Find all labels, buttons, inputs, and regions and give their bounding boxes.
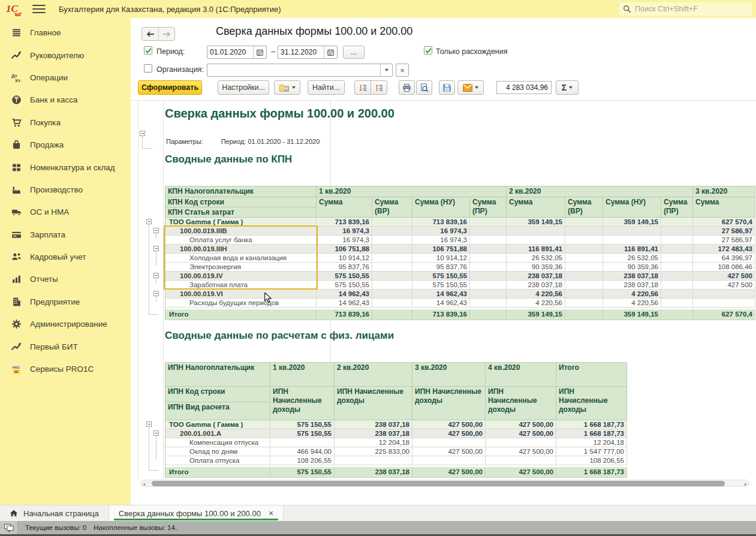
value-cell[interactable]: 4 220,56 [603, 290, 661, 299]
value-cell[interactable]: 116 891,41 [507, 245, 565, 254]
group-collapse-toggle[interactable] [153, 228, 159, 233]
group-collapse-toggle[interactable] [153, 430, 159, 436]
collapse-groups-button[interactable] [371, 80, 387, 95]
value-cell[interactable]: 4 220,56 [603, 299, 661, 308]
sidebar-item-coin[interactable]: Банк и касса [0, 89, 131, 111]
value-cell[interactable]: 27 586,97 [693, 236, 755, 245]
value-cell[interactable]: 427 500,00 [486, 467, 556, 478]
group-collapse-toggle[interactable] [146, 421, 152, 427]
ipn-row-name[interactable]: Оклад по дням [165, 447, 270, 456]
value-cell[interactable]: 238 037,18 [507, 272, 565, 281]
settings-button[interactable]: Настройки... [218, 80, 269, 95]
value-cell[interactable]: 4 220,56 [507, 299, 565, 308]
sidebar-item-grid[interactable]: Номенклатура и склад [0, 156, 131, 178]
group-collapse-toggle[interactable] [153, 273, 159, 278]
generate-button[interactable]: Сформировать [138, 80, 202, 95]
value-cell[interactable] [372, 272, 412, 281]
value-cell[interactable]: 95 837,76 [317, 263, 372, 272]
value-cell[interactable]: 106 751,88 [317, 245, 372, 254]
sidebar-item-dtkt[interactable]: ДтКтОперации [0, 67, 131, 89]
ipn-row-name[interactable]: Оплата отпуска [165, 456, 270, 465]
value-cell[interactable] [565, 272, 603, 281]
value-cell[interactable]: 575 150,55 [270, 420, 335, 429]
value-cell[interactable]: 90 359,36 [603, 263, 661, 272]
calendar-icon[interactable] [253, 46, 266, 58]
print-button[interactable] [399, 80, 415, 95]
kpn-row-name[interactable]: 100.00.019.IV [165, 272, 317, 281]
ipn-row-name[interactable]: ТОО Gamma ( Гамма ) [165, 420, 270, 429]
value-cell[interactable] [661, 290, 693, 299]
value-cell[interactable]: 575 150,55 [317, 272, 372, 281]
period-checkbox[interactable] [144, 46, 152, 55]
value-cell[interactable]: 627 570,4 [693, 218, 755, 227]
value-cell[interactable]: 427 500 [693, 281, 755, 290]
value-cell[interactable] [470, 227, 507, 236]
value-cell[interactable]: 575 150,55 [270, 467, 335, 478]
value-cell[interactable] [565, 281, 603, 290]
scroll-left-arrow[interactable]: ◂ [143, 481, 145, 487]
value-cell[interactable] [372, 309, 412, 320]
sidebar-item-barchart[interactable]: Отчеты [0, 268, 131, 290]
sidebar-item-people[interactable]: Кадровый учет [0, 246, 131, 268]
sidebar-item-building[interactable]: Предприятие [0, 291, 131, 313]
tab-close-icon[interactable]: × [269, 508, 273, 518]
value-cell[interactable] [661, 272, 693, 281]
value-cell[interactable]: 427 500,00 [486, 429, 556, 438]
ipn-row-name[interactable]: Итого [165, 467, 270, 478]
calendar-icon[interactable] [324, 46, 337, 58]
value-cell[interactable]: 108 206,55 [270, 456, 335, 465]
ipn-row-name[interactable]: 200.01.001.А [165, 429, 270, 438]
kpn-row-name[interactable]: Оплата услуг банка [165, 236, 317, 245]
value-cell[interactable] [693, 299, 755, 308]
value-cell[interactable]: 238 037,18 [603, 281, 661, 290]
period-from-field[interactable]: 01.01.2020 [207, 46, 267, 59]
value-cell[interactable]: 26 532,05 [507, 254, 565, 263]
value-cell[interactable] [470, 281, 507, 290]
value-cell[interactable]: 1 547 777,00 [556, 447, 627, 456]
back-button[interactable] [142, 28, 158, 40]
value-cell[interactable]: 4 220,56 [507, 290, 565, 299]
value-cell[interactable]: 427 500 [693, 272, 755, 281]
sidebar-item-pro1c[interactable]: PRO1CСервисы PRO1C [0, 358, 131, 380]
value-cell[interactable] [565, 236, 603, 245]
kpn-row-name[interactable]: 100.00.019.VI [165, 290, 317, 299]
save-button[interactable] [439, 80, 455, 95]
value-cell[interactable] [661, 254, 693, 263]
value-cell[interactable]: 427 500,00 [412, 420, 486, 429]
value-cell[interactable]: 16 974,3 [412, 236, 470, 245]
value-cell[interactable] [372, 263, 412, 272]
value-cell[interactable] [372, 227, 412, 236]
horizontal-scrollbar[interactable]: ◂ ▸ [140, 480, 749, 487]
kpn-row-name[interactable]: 100.00.019.IIIН [165, 245, 317, 254]
value-cell[interactable] [486, 456, 556, 465]
value-cell[interactable] [661, 299, 693, 308]
value-cell[interactable] [661, 218, 693, 227]
sidebar-item-trend2[interactable]: Первый БИТ [0, 335, 131, 357]
value-cell[interactable] [270, 438, 335, 447]
kpn-row-name[interactable]: Электроэнергия [165, 263, 317, 272]
value-cell[interactable]: 359 149,15 [507, 218, 565, 227]
value-cell[interactable]: 108 206,55 [556, 456, 627, 465]
sidebar-item-cart[interactable]: Покупка [0, 112, 131, 134]
value-cell[interactable]: 14 962,43 [412, 290, 470, 299]
autosum-button[interactable]: Σ [556, 80, 579, 95]
value-cell[interactable] [372, 218, 412, 227]
value-cell[interactable] [372, 254, 412, 263]
sidebar-item-bag[interactable]: Продажа [0, 134, 131, 156]
value-cell[interactable]: 466 944,00 [270, 447, 335, 456]
value-cell[interactable]: 238 037,18 [603, 272, 661, 281]
value-cell[interactable] [565, 254, 603, 263]
value-cell[interactable]: 238 037,18 [335, 467, 412, 478]
performance-icon[interactable] [0, 521, 18, 534]
kpn-row-name[interactable]: Расходы будущих периодов [165, 299, 317, 308]
scroll-right-arrow[interactable]: ▸ [745, 481, 747, 487]
sidebar-item-trend[interactable]: Руководителю [0, 44, 131, 66]
value-cell[interactable]: 238 037,18 [335, 420, 412, 429]
group-collapse-toggle[interactable] [140, 131, 145, 136]
value-cell[interactable]: 116 891,41 [603, 245, 661, 254]
period-more-button[interactable]: ... [343, 46, 365, 59]
value-cell[interactable]: 575 150,55 [270, 429, 335, 438]
value-cell[interactable]: 575 150,55 [412, 272, 470, 281]
value-cell[interactable]: 10 914,12 [317, 254, 372, 263]
value-cell[interactable] [372, 236, 412, 245]
